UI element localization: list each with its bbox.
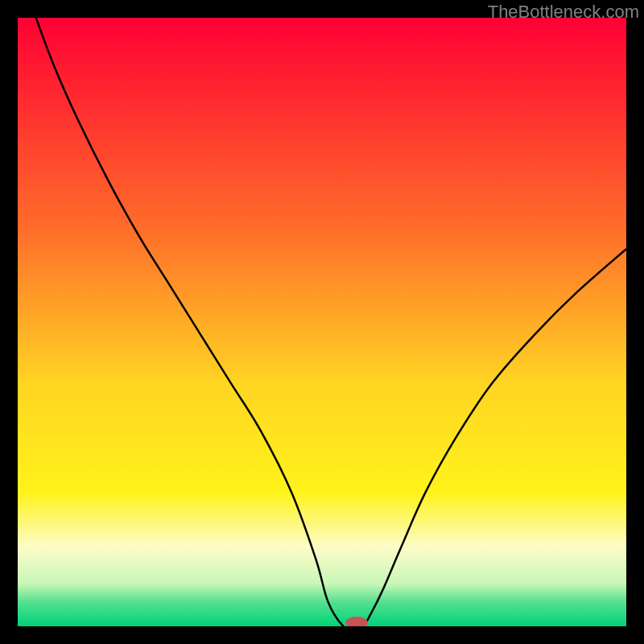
plot-area [18, 18, 626, 626]
chart-svg [18, 18, 626, 626]
gradient-background [18, 18, 626, 626]
bottleneck-chart: TheBottleneck.com [0, 0, 644, 644]
watermark-text: TheBottleneck.com [488, 2, 639, 23]
